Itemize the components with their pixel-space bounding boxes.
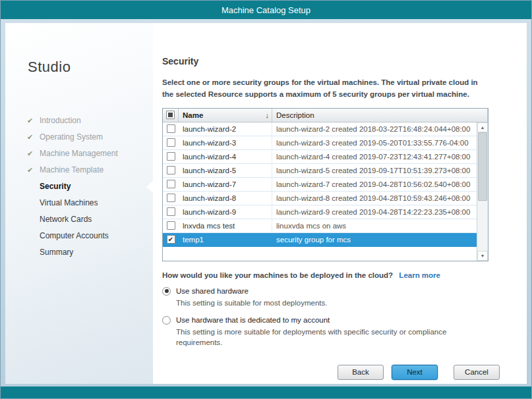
scroll-down-icon[interactable]: ▼ — [477, 251, 488, 261]
row-checkbox-cell — [163, 205, 179, 219]
content-card: Studio ✔Introduction✔Operating System✔Ma… — [5, 23, 527, 384]
radio-description: This setting is suitable for most deploy… — [176, 298, 486, 308]
scroll-up-icon[interactable]: ▲ — [477, 122, 488, 132]
main-panel: Security Select one or more security gro… — [153, 23, 527, 384]
row-checkbox[interactable] — [167, 221, 175, 230]
step-done-check-icon: ✔ — [27, 146, 33, 162]
scrollbar-thumb[interactable] — [478, 132, 487, 201]
sidebar-step-machine-management: ✔Machine Management — [5, 146, 153, 162]
scrollbar-track[interactable] — [477, 132, 488, 251]
table-row[interactable]: launch-wizard-4launch-wizard-4 created 2… — [163, 150, 477, 164]
back-button[interactable]: Back — [338, 365, 384, 380]
table-row[interactable]: launch-wizard-7launch-wizard-7 created 2… — [163, 178, 477, 192]
row-checkbox[interactable] — [167, 124, 175, 133]
description-column-header[interactable]: Description — [272, 109, 488, 122]
studio-logo: Studio — [28, 59, 153, 76]
radio-label: Use hardware that is dedicated to my acc… — [176, 316, 330, 324]
security-groups-table: Name ↓ Description launch-wizard-2launch… — [162, 108, 488, 261]
row-description: launch-wizard-8 created 2019-04-28T10:59… — [272, 192, 477, 205]
row-checkbox[interactable] — [167, 152, 175, 161]
select-all-header-cell — [163, 109, 179, 122]
page-title: Security — [162, 56, 488, 66]
sidebar-step-computer-accounts: Computer Accounts — [5, 228, 153, 244]
row-description: launch-wizard-3 created 2019-05-20T01:33… — [272, 136, 477, 149]
step-label: Introduction — [40, 116, 81, 125]
table-row[interactable]: temp1security group for mcs — [163, 233, 477, 247]
intro-text: Select one or more security groups for t… — [162, 77, 488, 101]
table-scrollbar[interactable]: ▲ ▼ — [477, 122, 488, 261]
radio-icon[interactable] — [162, 316, 171, 325]
row-checkbox[interactable] — [167, 180, 175, 188]
cancel-button[interactable]: Cancel — [454, 365, 500, 380]
sidebar-step-network-cards: Network Cards — [5, 211, 153, 228]
learn-more-link[interactable]: Learn more — [399, 271, 440, 279]
row-checkbox-cell — [163, 192, 179, 205]
step-label: Machine Template — [40, 165, 103, 174]
titlebar: Machine Catalog Setup — [1, 1, 531, 19]
row-checkbox-cell — [163, 219, 179, 232]
table-row[interactable]: launch-wizard-5launch-wizard-5 created 2… — [163, 164, 477, 178]
table-row[interactable]: lnxvda mcs testlinuxvda mcs on aws — [163, 219, 477, 233]
sidebar-step-machine-template: ✔Machine Template — [5, 162, 153, 178]
row-checkbox[interactable] — [167, 194, 175, 202]
step-done-check-icon: ✔ — [27, 113, 33, 129]
table-body: launch-wizard-2launch-wizard-2 created 2… — [163, 122, 477, 261]
hardware-option: Use shared hardwareThis setting is suita… — [162, 287, 488, 308]
step-label: Operating System — [40, 132, 103, 142]
sidebar-step-operating-system: ✔Operating System — [5, 129, 153, 146]
row-name: launch-wizard-3 — [179, 136, 272, 149]
next-button[interactable]: Next — [392, 365, 438, 380]
row-name: launch-wizard-2 — [179, 122, 272, 136]
current-step-pointer — [146, 181, 153, 193]
dialog-buttons: Back Next Cancel — [162, 365, 500, 380]
row-name: temp1 — [179, 233, 272, 246]
sidebar-step-summary: Summary — [5, 244, 153, 261]
radio-option[interactable]: Use shared hardware — [162, 287, 488, 296]
table-row[interactable]: launch-wizard-9launch-wizard-9 created 2… — [163, 205, 477, 219]
table-row[interactable]: launch-wizard-3launch-wizard-3 created 2… — [163, 136, 477, 150]
row-checkbox-cell — [163, 136, 179, 149]
row-description: launch-wizard-9 created 2019-04-28T14:22… — [272, 205, 477, 219]
row-checkbox[interactable] — [167, 207, 175, 216]
row-name: launch-wizard-8 — [179, 192, 272, 205]
row-description: launch-wizard-4 created 2019-07-23T12:43… — [272, 150, 477, 163]
row-description: security group for mcs — [272, 233, 477, 246]
machine-catalog-setup-window: Machine Catalog Setup Studio ✔Introducti… — [0, 0, 532, 399]
table-header: Name ↓ Description — [163, 109, 488, 122]
row-checkbox-cell — [163, 150, 179, 163]
row-checkbox[interactable] — [167, 138, 175, 147]
radio-description: This setting is more suitable for deploy… — [176, 327, 486, 348]
sort-descending-icon: ↓ — [266, 109, 270, 122]
select-all-checkbox[interactable] — [166, 111, 175, 119]
name-column-header[interactable]: Name ↓ — [179, 109, 272, 122]
step-label: Summary — [40, 248, 73, 257]
table-row[interactable]: launch-wizard-2launch-wizard-2 created 2… — [163, 122, 477, 136]
radio-label: Use shared hardware — [176, 287, 249, 295]
radio-icon[interactable] — [162, 287, 171, 296]
row-name: launch-wizard-9 — [179, 205, 272, 219]
row-checkbox-cell — [163, 233, 179, 246]
radio-option[interactable]: Use hardware that is dedicated to my acc… — [162, 316, 488, 325]
row-description: launch-wizard-7 created 2019-04-28T10:56… — [272, 178, 477, 191]
step-label: Security — [40, 182, 71, 191]
row-name: launch-wizard-4 — [179, 150, 272, 163]
step-done-check-icon: ✔ — [27, 162, 33, 178]
row-name: launch-wizard-5 — [179, 164, 272, 177]
name-column-label: Name — [183, 109, 203, 122]
hardware-options: Use shared hardwareThis setting is suita… — [162, 287, 488, 348]
bottom-bar — [1, 386, 531, 398]
step-label: Virtual Machines — [40, 198, 98, 207]
sidebar-step-introduction: ✔Introduction — [5, 113, 153, 129]
row-checkbox-cell — [163, 164, 179, 177]
deploy-question: How would you like your machines to be d… — [162, 271, 393, 279]
row-description: launch-wizard-5 created 2019-09-17T10:51… — [272, 164, 477, 177]
sidebar-step-security: Security — [5, 178, 153, 195]
table-row[interactable]: launch-wizard-8launch-wizard-8 created 2… — [163, 192, 477, 205]
row-checkbox[interactable] — [167, 166, 175, 174]
row-checkbox-cell — [163, 122, 179, 136]
row-checkbox[interactable] — [167, 235, 175, 244]
hardware-option: Use hardware that is dedicated to my acc… — [162, 316, 488, 348]
wizard-sidebar: Studio ✔Introduction✔Operating System✔Ma… — [5, 23, 153, 384]
row-name: lnxvda mcs test — [179, 219, 272, 232]
step-done-check-icon: ✔ — [27, 129, 33, 146]
